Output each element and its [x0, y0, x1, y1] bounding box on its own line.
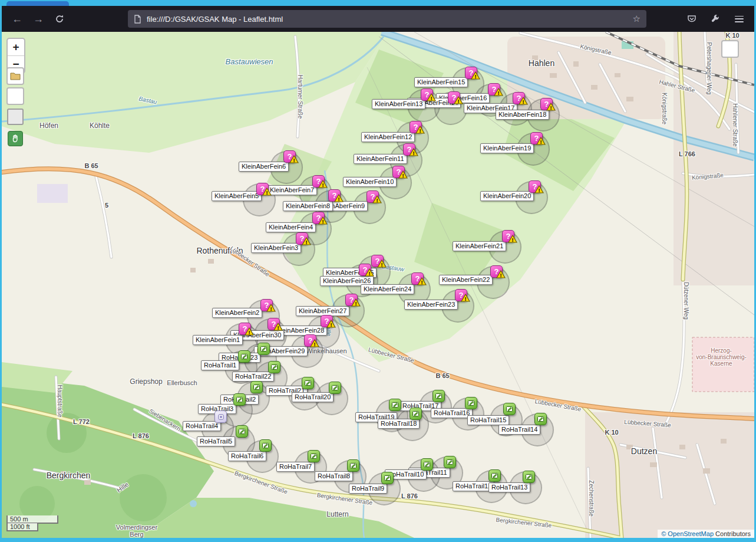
pocket-button[interactable]: [682, 9, 701, 28]
osm-link[interactable]: OpenStreetMap: [668, 530, 714, 537]
folder-icon: [10, 72, 21, 80]
pan-hand-control[interactable]: [8, 131, 23, 146]
url-bar[interactable]: file:///D:/GSAK/GSAK Map - Leaflet.html …: [128, 10, 646, 28]
copyright-symbol: ©: [661, 530, 666, 537]
bookmark-star-icon[interactable]: ☆: [633, 14, 641, 24]
base-map: [2, 32, 754, 538]
browser-toolbar: ← → file:///D:/GSAK/GSAK Map - Leaflet.h…: [2, 6, 754, 32]
tab-strip: [2, 0, 754, 6]
attribution-suffix: Contributors: [715, 530, 751, 537]
zoom-in-button[interactable]: +: [8, 39, 24, 55]
active-tab[interactable]: [6, 1, 69, 6]
scale-imperial: 1000 ft: [6, 523, 38, 531]
map-viewport[interactable]: BastauwiesenHahlenHöfenKöhlteRothenuffel…: [2, 32, 754, 538]
toolbar-right-group: [682, 9, 748, 28]
wrench-icon: [711, 14, 720, 24]
hand-icon: [11, 134, 20, 143]
attribution: © OpenStreetMap Contributors: [658, 530, 754, 538]
hamburger-icon: [735, 16, 744, 22]
menu-button[interactable]: [729, 9, 748, 28]
pocket-icon: [687, 14, 696, 24]
reload-button[interactable]: [50, 9, 69, 28]
landuse-areas: [2, 32, 754, 538]
back-button[interactable]: ←: [8, 9, 27, 28]
browser-window: ← → file:///D:/GSAK/GSAK Map - Leaflet.h…: [2, 0, 754, 538]
forward-button[interactable]: →: [29, 9, 48, 28]
url-text[interactable]: file:///D:/GSAK/GSAK Map - Leaflet.html: [147, 15, 628, 24]
reload-icon: [55, 14, 64, 24]
scale-metric: 500 m: [6, 515, 58, 524]
developer-tools-button[interactable]: [706, 9, 725, 28]
page-icon: [134, 15, 141, 24]
map-control-topright[interactable]: [721, 40, 739, 58]
map-control-blank[interactable]: [6, 87, 24, 105]
open-file-control[interactable]: [6, 67, 24, 85]
map-control-box[interactable]: [7, 109, 24, 125]
